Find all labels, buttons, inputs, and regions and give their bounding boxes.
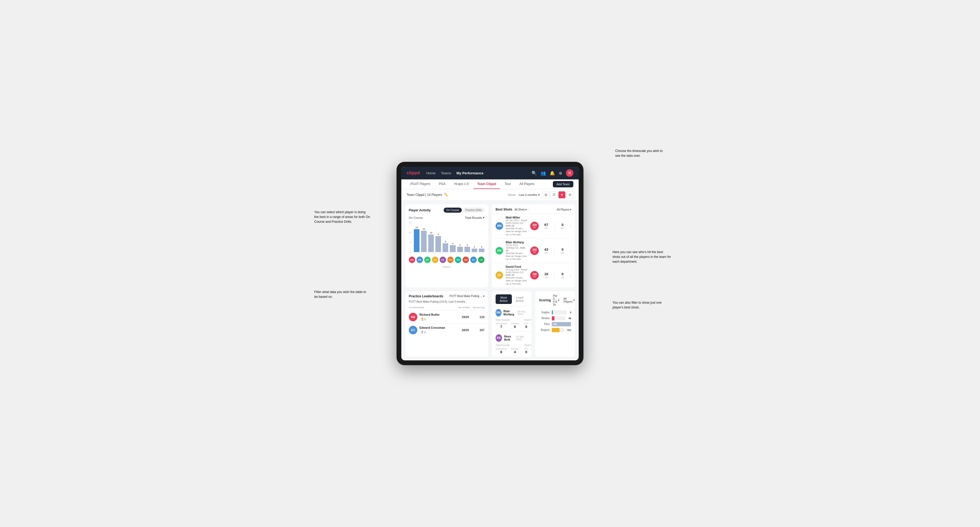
leaderboard-header: PLAYER NAME PB SCORE PB AVG SQ [405,305,488,310]
practice-leaderboards-card: Practice Leaderboards PUTT Must Make Put… [405,291,488,357]
subnav-pgat[interactable]: PGAT Players [407,179,434,189]
scoring-filter-2[interactable]: All Players ▾ [563,297,574,303]
user-avatar[interactable]: U [566,169,573,177]
shot-item-3[interactable]: DF David Ford 24 Aug 2023 · Royal North … [492,263,575,287]
shot-info-2: Blair McHarg 23 Jul 2023 · Aldridge GC, … [506,241,528,261]
scoring-filter-1[interactable]: Par 3, 4 & 5s ▾ [553,294,560,306]
player-avatar-7[interactable]: RB [455,257,461,263]
most-active-card: Most Active Least Active BM Blair McHarg… [492,291,531,357]
lb-score-2: 18/20 [456,329,469,332]
lb-col-avg: PB AVG SQ [471,306,484,309]
practice-sub-label: PUTT Must Make Putting (3-6 ft), Last 3 … [405,300,488,305]
player-avatar-9[interactable]: EC [470,257,477,263]
lb-row-2[interactable]: EC Edward Crossman 🥈 2 18/20 107 [405,323,488,337]
scoring-bar-track-bogeys [552,328,564,332]
practice-title: Practice Leaderboards [409,294,443,298]
add-team-button[interactable]: Add Team [553,181,573,187]
player-avatar-5[interactable]: EE [440,257,446,263]
all-shots-filter[interactable]: All Shots ▾ [514,208,527,211]
shot-course-2: 23 Jul 2023 · Aldridge GC, Hole 15 [506,244,528,252]
chevron-right-2: › [570,249,571,253]
shot-item-2[interactable]: BM Blair McHarg 23 Jul 2023 · Aldridge G… [492,238,575,263]
nav-link-home[interactable]: Home [426,171,436,175]
scoring-title: Scoring [539,298,551,302]
bar-chart-container: 15 10 5 0 13 [405,221,488,256]
lb-score-1: 19/20 [456,316,469,319]
scoring-card: Scoring Par 3, 4 & 5s ▾ All Players ▾ [535,291,575,357]
bar-3 [428,235,434,252]
activity-toggle-btns: On Course Practice Drills [444,208,484,213]
player-avatar-4[interactable]: JC [432,257,438,263]
page-wrapper: Choose the timescale you wish to see the… [370,162,610,365]
scoring-bar-track-pars: 499 [552,322,571,326]
nav-links: Home Teams My Performance [426,171,525,175]
players-label: Players [405,266,488,270]
lb-avg-2: 107 [471,329,484,332]
player-avatar-3[interactable]: DF [424,257,431,263]
shot-player-thumb-3: DF [496,271,503,279]
lb-row-1[interactable]: RB Richard Butler 🏆 1 19/20 110 [405,310,488,323]
scoring-bar-label-eagles: Eagles [539,311,550,314]
ap-name-2: Rees Britt [504,335,516,341]
main-content: Player Activity On Course Practice Drill… [401,201,579,360]
bar-group-8: 3 [465,244,470,252]
least-active-tab[interactable]: Least Active [512,294,528,304]
on-course-btn[interactable]: On Course [444,208,462,213]
search-icon[interactable]: 🔍 [531,171,537,176]
bar-group-10: 2 [479,246,484,252]
most-active-tab[interactable]: Most Active [496,294,512,304]
ap-app-2: APP 0 [531,348,531,354]
ap-tournament-1: Tournament 7 [496,322,507,329]
subnav-hcaps[interactable]: Hcaps 1-5 [450,179,473,189]
shot-badge-3: 198 SG [530,271,539,279]
bottom-right-grid: Most Active Least Active BM Blair McHarg… [492,291,575,357]
player-avatar-2[interactable]: BB [417,257,423,263]
lb-player-name-2: Edward Crossman [419,326,453,329]
ap-gtt-1: GTT 0 [524,322,528,329]
ap-practice-group-2: Total Practice Activities GTT 0 APP [524,344,531,354]
bar-chart: 13 12 10 [414,221,484,253]
player-avatar-1[interactable]: BM [409,257,415,263]
view-grid-btn[interactable]: ⊞ [542,191,549,198]
player-avatar-10[interactable]: LR [478,257,484,263]
top-nav: clippd Home Teams My Performance 🔍 👥 🔔 ⊕… [401,167,579,179]
scoring-bar-label-pars: Pars [539,322,550,325]
lb-player-info-2: Edward Crossman 🥈 2 [419,326,453,334]
subnav-pga[interactable]: PGA [435,179,449,189]
ap-stat-row-1: Tournament 7 Practice 6 [496,322,519,329]
team-name: Team Clippd | 14 Players [407,193,442,197]
add-circle-icon[interactable]: ⊕ [559,171,562,176]
best-shots-header: Best Shots All Shots ▾ All Players ▾ [492,205,575,213]
view-heart-btn[interactable]: ♥ [558,191,565,198]
scoring-chart: Eagles 3 Birdies [535,308,575,336]
all-players-filter[interactable]: All Players ▾ [557,208,571,211]
lb-col-name: PLAYER NAME [409,306,455,309]
chart-dropdown[interactable]: Total Rounds ▾ [465,216,484,219]
ap-name-1: Blair McHarg [504,310,517,316]
ap-header-2: RB Rees Britt 02 Sep 2023 [496,334,528,342]
best-shots-card: Best Shots All Shots ▾ All Players ▾ MM [492,205,575,287]
edit-icon[interactable]: ✏️ [444,193,448,197]
show-dropdown[interactable]: Last 3 months ▾ [519,193,540,197]
nav-link-performance[interactable]: My Performance [457,171,483,175]
practice-filter[interactable]: PUTT Must Make Putting ... ▾ [450,295,484,298]
users-icon[interactable]: 👥 [541,171,546,176]
ap-avatar-1: BM [496,309,501,316]
player-avatar-8[interactable]: MM [463,257,469,263]
shot-metric-2b: 0 yds [558,248,567,254]
bar-10 [479,249,484,252]
view-list-btn[interactable]: ☰ [550,191,557,198]
subnav-team-clippd[interactable]: Team Clippd [474,179,500,189]
ap-stats-2: Total Rounds Tournament 8 Practice [496,344,528,354]
subnav-tour[interactable]: Tour [501,179,514,189]
bell-icon[interactable]: 🔔 [550,171,555,176]
subnav-all-players[interactable]: All Players [515,179,538,189]
ap-date-2: 02 Sep 2023 [516,335,528,341]
team-header-right: Show: Last 3 months ▾ ⊞ ☰ ♥ ⚙ [508,191,573,198]
view-settings-btn[interactable]: ⚙ [566,191,573,198]
shot-item-1[interactable]: MM Matt Miller 09 Jun 2023 · Royal North… [492,213,575,238]
nav-link-teams[interactable]: Teams [441,171,451,175]
lb-rank-badge-1: 🏆 1 [419,317,427,321]
practice-drills-btn[interactable]: Practice Drills [463,208,484,213]
player-avatar-6[interactable]: GB [447,257,454,263]
